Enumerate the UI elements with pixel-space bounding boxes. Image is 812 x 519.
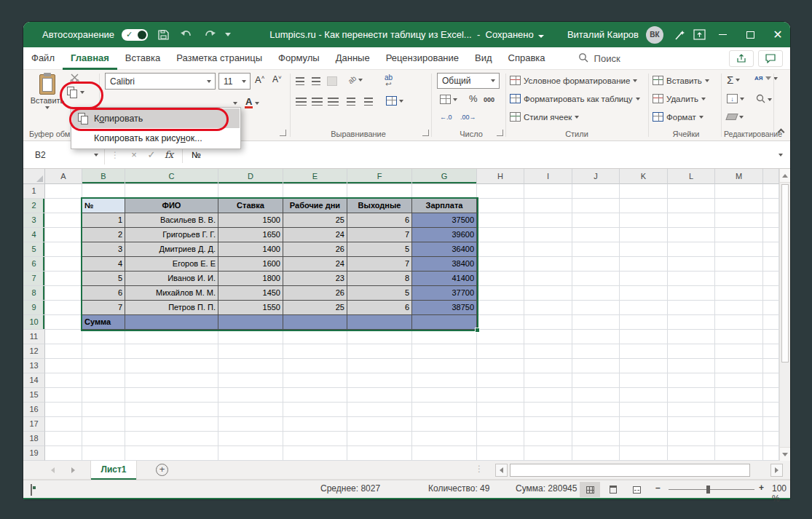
grid-cell[interactable] — [45, 242, 82, 257]
grid-cell[interactable] — [715, 388, 763, 403]
grid-cell[interactable] — [283, 417, 347, 432]
fill-handle[interactable] — [475, 328, 480, 333]
column-header[interactable]: E — [283, 169, 347, 184]
grid-cell[interactable] — [668, 432, 715, 446]
grid-cell[interactable] — [412, 344, 477, 359]
comments-button[interactable] — [758, 50, 783, 67]
grid-cell[interactable] — [347, 373, 412, 388]
grid-cell[interactable] — [572, 315, 620, 330]
autosave-toggle[interactable]: ✓ — [122, 29, 148, 41]
number-dialog-launcher[interactable] — [497, 130, 503, 136]
grid-cell[interactable] — [668, 315, 715, 330]
grid-cell[interactable]: Иванов И. И. — [125, 272, 218, 286]
grid-cell[interactable] — [477, 446, 524, 461]
grid-cell[interactable] — [347, 446, 412, 461]
undo-button[interactable] — [178, 28, 194, 42]
grid-cell[interactable] — [620, 330, 668, 344]
row-header[interactable]: 5 — [23, 242, 45, 257]
grid-cell[interactable] — [715, 373, 763, 388]
grid-cell[interactable] — [477, 184, 524, 199]
align-left-button[interactable] — [296, 98, 307, 106]
grid-cell[interactable] — [763, 272, 779, 286]
grid-cell[interactable] — [668, 286, 715, 301]
grid-cell[interactable] — [763, 315, 779, 330]
grid-cell[interactable]: 25 — [283, 301, 347, 315]
wrap-text-button[interactable]: ab↩ — [385, 74, 393, 87]
row-header[interactable]: 3 — [23, 213, 45, 228]
grid-cell[interactable] — [620, 403, 668, 417]
grid-cell[interactable]: 25 — [283, 213, 347, 228]
page-break-view-button[interactable] — [626, 482, 647, 497]
grid-cell[interactable]: 26 — [283, 286, 347, 301]
grid-cell[interactable] — [620, 184, 668, 199]
grid-cell[interactable] — [45, 432, 82, 446]
grid-cell[interactable]: 6 — [347, 213, 412, 228]
grid-cell[interactable]: 2 — [82, 228, 125, 242]
grid-cell[interactable]: 1500 — [218, 213, 283, 228]
grid-cell[interactable] — [668, 359, 715, 373]
align-bottom-button[interactable] — [328, 77, 336, 85]
grid-cell[interactable] — [218, 417, 283, 432]
grid-cell[interactable] — [82, 344, 125, 359]
ribbon-tab[interactable]: Файл — [23, 47, 63, 70]
conditional-formatting-button[interactable]: Условное форматирование — [510, 76, 637, 85]
grid-cell[interactable] — [572, 257, 620, 272]
grid-cell[interactable] — [524, 432, 572, 446]
grid-cell[interactable]: 1 — [82, 213, 125, 228]
grid-cell[interactable] — [763, 242, 779, 257]
grid-cell[interactable] — [283, 388, 347, 403]
grid-cell[interactable] — [763, 417, 779, 432]
grid-cell[interactable] — [82, 184, 125, 199]
merge-center-button[interactable] — [386, 96, 403, 106]
grid-cell[interactable]: Михайлов М. М. — [125, 286, 218, 301]
grid-cell[interactable] — [283, 315, 347, 330]
page-layout-view-button[interactable] — [603, 482, 623, 497]
row-header[interactable]: 16 — [23, 403, 45, 417]
column-header[interactable]: I — [524, 169, 572, 184]
grid-cell[interactable] — [763, 344, 779, 359]
grid-cell[interactable] — [620, 286, 668, 301]
row-header[interactable]: 9 — [23, 301, 45, 315]
horizontal-scroll-thumb[interactable] — [510, 464, 750, 477]
grid-cell[interactable] — [620, 228, 668, 242]
row-header[interactable]: 15 — [23, 388, 45, 403]
align-center-button[interactable] — [312, 98, 323, 106]
grid-cell[interactable]: Рабочие дни — [283, 199, 347, 213]
grid-cell[interactable] — [620, 373, 668, 388]
grid-cell[interactable] — [218, 388, 283, 403]
user-name[interactable]: Виталий Каиров — [567, 29, 639, 40]
save-icon[interactable] — [155, 28, 171, 42]
grid-cell[interactable] — [524, 315, 572, 330]
grid-cell[interactable] — [477, 213, 524, 228]
grid-cell[interactable] — [715, 286, 763, 301]
grid-cell[interactable] — [45, 286, 82, 301]
grid-cell[interactable] — [524, 199, 572, 213]
grid-cell[interactable] — [715, 242, 763, 257]
grid-cell[interactable] — [763, 388, 779, 403]
grid-cell[interactable] — [524, 272, 572, 286]
grid-cell[interactable] — [45, 301, 82, 315]
grid-cell[interactable] — [45, 257, 82, 272]
grid-cell[interactable] — [125, 432, 218, 446]
grid-cell[interactable] — [477, 388, 524, 403]
decrease-decimal-button[interactable]: ←.0 — [440, 114, 452, 121]
grid-cell[interactable] — [45, 403, 82, 417]
add-sheet-button[interactable]: + — [156, 464, 168, 476]
grid-cell[interactable] — [347, 344, 412, 359]
insert-cells-button[interactable]: Вставить — [653, 76, 709, 85]
grid-cell[interactable] — [125, 388, 218, 403]
wand-icon[interactable] — [672, 28, 688, 42]
percent-style-button[interactable]: % — [469, 93, 478, 104]
grid-cell[interactable] — [125, 403, 218, 417]
grid-cell[interactable] — [45, 228, 82, 242]
grid-cell[interactable] — [45, 417, 82, 432]
grid-cell[interactable]: 38750 — [412, 301, 477, 315]
grid-cell[interactable] — [620, 257, 668, 272]
grid-cell[interactable] — [125, 315, 218, 330]
grid-cell[interactable] — [347, 417, 412, 432]
grid-cell[interactable] — [668, 184, 715, 199]
grid-cell[interactable] — [620, 199, 668, 213]
next-sheet-button[interactable] — [71, 467, 75, 473]
cancel-button[interactable]: × — [125, 149, 143, 160]
grid-cell[interactable]: 8 — [347, 272, 412, 286]
